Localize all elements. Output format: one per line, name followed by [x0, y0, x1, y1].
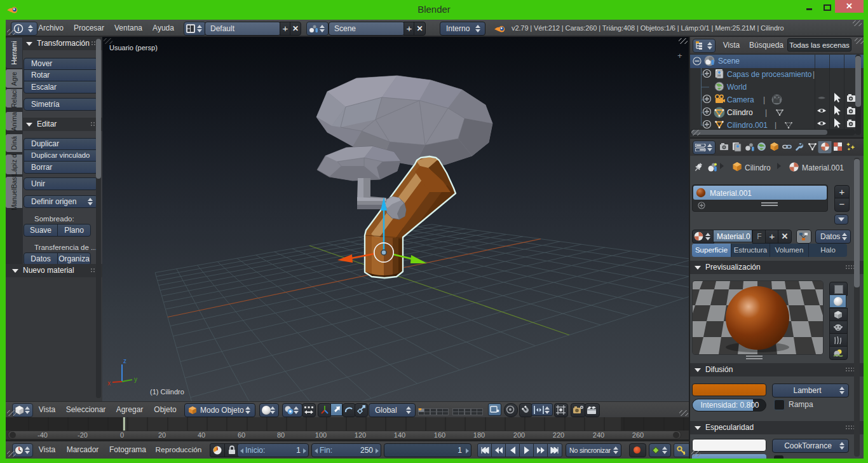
svg-text:-40: -40: [37, 431, 48, 439]
svg-text:40: 40: [198, 431, 205, 439]
svg-text:160: 160: [434, 431, 445, 439]
svg-text:140: 140: [394, 431, 405, 439]
svg-text:i: i: [18, 25, 20, 32]
svg-text:x: x: [107, 380, 111, 387]
svg-text:60: 60: [238, 431, 245, 439]
svg-text:80: 80: [277, 431, 285, 439]
svg-text:120: 120: [355, 431, 366, 439]
svg-text:180: 180: [473, 431, 485, 439]
svg-text:z: z: [123, 357, 126, 364]
svg-text:240: 240: [593, 431, 604, 439]
svg-text:y: y: [134, 376, 137, 383]
svg-text:+: +: [677, 51, 682, 60]
svg-text:(1) Cilindro: (1) Cilindro: [150, 388, 184, 396]
svg-text:260: 260: [632, 431, 644, 439]
svg-text:-20: -20: [78, 431, 88, 439]
svg-text:200: 200: [513, 431, 525, 439]
svg-text:20: 20: [158, 431, 166, 439]
svg-text:Usuario (persp): Usuario (persp): [109, 44, 158, 52]
svg-text:220: 220: [553, 431, 564, 439]
svg-text:100: 100: [315, 431, 327, 439]
svg-text:0: 0: [120, 431, 124, 439]
